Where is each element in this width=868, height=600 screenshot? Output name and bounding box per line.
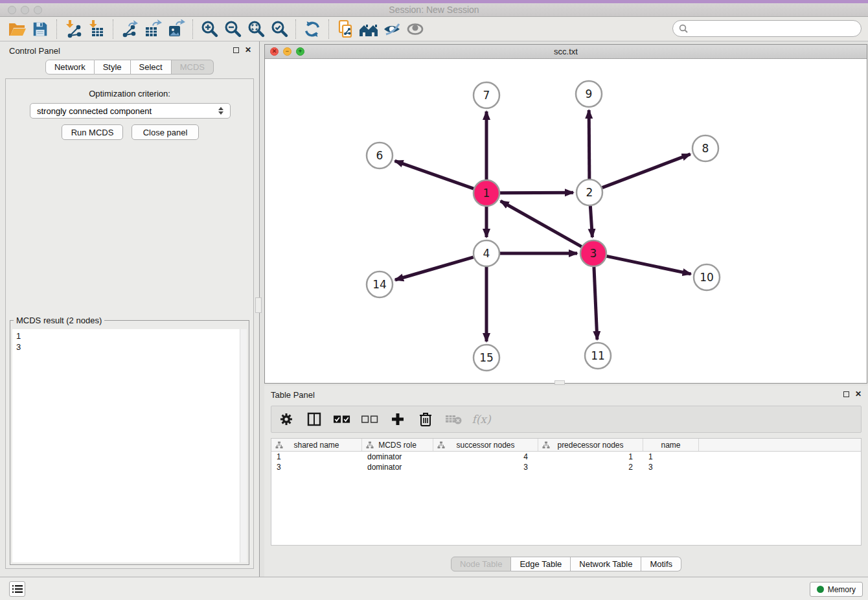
delete-icon[interactable] (417, 410, 434, 428)
zoom-out-button[interactable] (221, 19, 244, 40)
save-session-button[interactable] (29, 19, 52, 40)
edge-4-14[interactable] (395, 257, 474, 280)
close-panel-button[interactable]: Close panel (131, 124, 199, 140)
result-scrollbar[interactable] (240, 329, 247, 562)
float-panel-icon[interactable] (233, 47, 239, 53)
status-bar: Memory (0, 577, 868, 600)
graph-node-label-10: 10 (700, 271, 714, 284)
export-table-button[interactable] (141, 19, 165, 40)
column-header-successor-nodes[interactable]: successor nodes (433, 439, 538, 451)
run-mcds-button[interactable]: Run MCDS (62, 124, 123, 140)
zoom-selected-button[interactable] (268, 19, 291, 40)
select-all-checkboxes-icon[interactable] (334, 410, 350, 428)
tab-mcds[interactable]: MCDS (172, 60, 214, 75)
optimization-criterion-label: Optimization criterion: (6, 89, 253, 98)
table-cell: 1 (643, 452, 699, 462)
tab-motifs[interactable]: Motifs (641, 557, 681, 571)
list-icon (12, 584, 23, 594)
network-graph-canvas[interactable]: 7968124314101511 (265, 59, 867, 383)
clone-network-icon (336, 19, 355, 39)
table-toolbar: f(x) (271, 406, 862, 433)
export-image-button[interactable] (165, 19, 188, 40)
network-view-title: scc.txt (265, 47, 867, 56)
graph-node-label-11: 11 (591, 349, 605, 362)
tab-network-table[interactable]: Network Table (571, 557, 641, 571)
table-cell: 1 (538, 452, 643, 462)
edge-2-9[interactable] (589, 110, 589, 179)
zoom-in-button[interactable] (198, 19, 221, 40)
column-header-shared-name[interactable]: shared name (271, 439, 362, 451)
delete-table-icon[interactable] (445, 410, 462, 428)
memory-button[interactable]: Memory (810, 582, 863, 597)
first-neighbors-button[interactable] (357, 19, 380, 40)
control-panel-title: Control Panel (9, 46, 60, 56)
graph-node-label-15: 15 (479, 351, 494, 364)
import-network-button[interactable] (62, 19, 85, 40)
export-table-icon (143, 19, 163, 39)
vertical-splitter-handle[interactable] (255, 297, 262, 313)
graph-node-label-8: 8 (702, 142, 709, 155)
edge-1-6[interactable] (395, 161, 474, 189)
search-input[interactable] (692, 24, 855, 34)
graph-node-label-7: 7 (483, 89, 490, 102)
table-panel: Table Panel ✕ (264, 386, 868, 577)
column-header-name[interactable]: name (643, 439, 699, 451)
edge-3-11[interactable] (594, 267, 597, 340)
tab-style[interactable]: Style (95, 60, 131, 75)
show-all-button[interactable] (404, 19, 427, 40)
export-network-button[interactable] (118, 19, 141, 40)
close-panel-icon[interactable]: ✕ (245, 47, 251, 53)
graph-node-label-6: 6 (376, 149, 383, 162)
edge-3-10[interactable] (607, 256, 691, 273)
main-toolbar (0, 17, 868, 41)
table-cell: dominator (362, 462, 433, 472)
clone-network-button[interactable] (334, 19, 357, 40)
add-column-icon[interactable] (389, 410, 406, 428)
zoom-out-icon (223, 19, 242, 39)
table-cell: 3 (643, 462, 699, 472)
apply-layout-button[interactable] (301, 19, 324, 40)
float-table-panel-icon[interactable] (843, 391, 849, 397)
control-panel-header: Control Panel ✕ (0, 41, 259, 60)
tab-network[interactable]: Network (45, 60, 95, 75)
import-network-icon (63, 19, 83, 39)
edge-2-3[interactable] (590, 206, 592, 237)
window-titlebar: Session: New Session (0, 0, 868, 17)
split-columns-icon[interactable] (306, 410, 323, 428)
mcds-panel: Optimization criterion: strongly connect… (5, 78, 254, 569)
search-box[interactable] (672, 20, 862, 37)
table-cell: 4 (433, 452, 538, 462)
application-window: Session: New Session (0, 0, 868, 600)
open-session-button[interactable] (5, 19, 29, 40)
tab-edge-table[interactable]: Edge Table (511, 557, 571, 571)
function-fx-icon[interactable]: f(x) (473, 410, 490, 428)
mcds-result-area[interactable]: 1 3 (12, 329, 247, 562)
column-header-MCDS-role[interactable]: MCDS role (362, 439, 433, 451)
tab-node-table[interactable]: Node Table (451, 557, 512, 571)
tab-select[interactable]: Select (131, 60, 172, 75)
deselect-checkboxes-icon[interactable] (361, 410, 378, 428)
graph-node-label-14: 14 (372, 278, 387, 291)
window-top-edge (0, 0, 868, 3)
table-cell: 3 (271, 462, 362, 472)
edge-2-8[interactable] (602, 154, 691, 188)
edge-1-2[interactable] (500, 192, 573, 193)
close-table-panel-icon[interactable]: ✕ (855, 391, 862, 397)
horizontal-splitter-handle[interactable] (554, 380, 565, 385)
settings-gear-icon[interactable] (278, 410, 295, 428)
hide-selected-button[interactable] (380, 19, 404, 40)
criterion-dropdown[interactable]: strongly connected component (30, 103, 231, 119)
network-window-titlebar: ✕ − + scc.txt (265, 45, 867, 59)
export-image-icon (166, 19, 186, 39)
graph-node-label-1: 1 (483, 187, 490, 200)
memory-label: Memory (828, 585, 856, 594)
column-header-predecessor-nodes[interactable]: predecessor nodes (538, 439, 643, 451)
table-row[interactable]: 1dominator411 (271, 452, 861, 462)
task-history-button[interactable] (9, 581, 25, 597)
open-folder-icon (7, 19, 27, 39)
table-cell: 1 (271, 452, 362, 462)
zoom-fit-button[interactable] (244, 19, 268, 40)
table-row[interactable]: 3dominator323 (271, 462, 861, 472)
import-table-button[interactable] (85, 19, 108, 40)
edge-3-1[interactable] (501, 201, 582, 246)
